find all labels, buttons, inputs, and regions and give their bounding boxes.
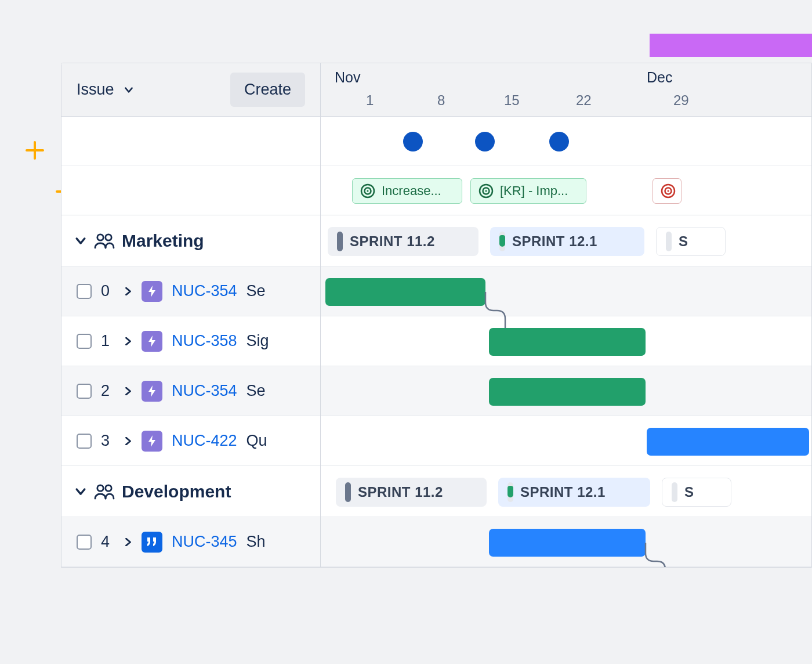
chevron-right-icon[interactable] xyxy=(124,538,132,546)
target-icon xyxy=(360,183,376,199)
issue-rank: 2 xyxy=(101,382,115,400)
issue-checkbox[interactable] xyxy=(77,434,92,449)
chevron-right-icon[interactable] xyxy=(124,437,132,445)
timeline-header: NovDec18152229 xyxy=(321,63,811,116)
day-label: 15 xyxy=(504,92,520,109)
goal-label: [KR] - Imp... xyxy=(500,183,568,199)
issue-key[interactable]: NUC-345 xyxy=(172,533,237,551)
sprint-pill[interactable]: SPRINT 12.1 xyxy=(490,227,644,256)
schedule-bar[interactable] xyxy=(489,529,646,557)
sprint-label: SPRINT 12.1 xyxy=(512,233,597,250)
chevron-right-icon[interactable] xyxy=(124,287,132,295)
issue-type-badge xyxy=(142,381,162,402)
chevron-right-icon[interactable] xyxy=(124,337,132,345)
goals-spacer xyxy=(61,165,320,215)
release-marker[interactable] xyxy=(475,132,495,151)
releases-lane xyxy=(321,117,811,165)
issue-rank: 4 xyxy=(101,533,115,551)
issue-type-badge xyxy=(142,281,162,302)
roadmap-body: Marketing 0 NUC-354 Se 1 NUC-358 Sig 2 N… xyxy=(61,117,811,567)
sprint-pill[interactable]: S xyxy=(662,478,731,507)
chevron-down-icon[interactable] xyxy=(74,485,87,498)
group-header[interactable]: Marketing xyxy=(61,215,320,266)
quote-icon xyxy=(146,537,158,547)
timeline-row[interactable] xyxy=(321,416,811,466)
sprint-label: S xyxy=(684,484,694,500)
timeline-row[interactable] xyxy=(321,366,811,416)
issue-row[interactable]: 0 NUC-354 Se xyxy=(61,266,320,316)
svg-point-17 xyxy=(485,190,487,192)
issue-checkbox[interactable] xyxy=(77,384,92,399)
timeline-column[interactable]: Increase...[KR] - Imp... SPRINT 11.2SPRI… xyxy=(321,117,811,567)
issue-rank: 0 xyxy=(101,282,115,300)
issue-key[interactable]: NUC-354 xyxy=(172,382,237,400)
issue-checkbox[interactable] xyxy=(77,535,92,550)
schedule-bar[interactable] xyxy=(489,328,646,356)
sprint-pill[interactable]: SPRINT 12.1 xyxy=(498,478,650,507)
timeline-row[interactable] xyxy=(321,266,811,316)
decorative-stripe xyxy=(650,34,812,57)
day-label: 8 xyxy=(437,92,445,109)
goal-pill[interactable]: Increase... xyxy=(352,178,462,204)
sprint-lane: SPRINT 11.2SPRINT 12.1S xyxy=(321,215,811,266)
issue-type-badge xyxy=(142,331,162,352)
issue-key[interactable]: NUC-358 xyxy=(172,332,237,350)
header-left: Issue Create xyxy=(61,63,321,116)
issue-checkbox[interactable] xyxy=(77,334,92,349)
day-label: 29 xyxy=(673,92,689,109)
goal-pill[interactable] xyxy=(652,178,682,204)
issue-title: Sig xyxy=(246,332,269,350)
issue-dropdown-label: Issue xyxy=(77,81,114,99)
svg-point-9 xyxy=(106,234,111,240)
group-name: Development xyxy=(122,482,231,501)
issue-title: Se xyxy=(246,382,266,400)
issue-checkbox[interactable] xyxy=(77,284,92,299)
goals-lane: Increase...[KR] - Imp... xyxy=(321,165,811,215)
team-icon xyxy=(94,233,115,249)
create-button[interactable]: Create xyxy=(230,73,305,107)
month-label: Dec xyxy=(647,69,672,86)
sprint-lane: SPRINT 11.2SPRINT 12.1S xyxy=(321,466,811,517)
release-marker[interactable] xyxy=(403,132,423,151)
schedule-bar[interactable] xyxy=(647,428,809,456)
chevron-right-icon[interactable] xyxy=(124,387,132,395)
roadmap-panel: Issue Create NovDec18152229 Marketing 0 … xyxy=(61,63,812,568)
roadmap-header: Issue Create NovDec18152229 xyxy=(61,63,811,117)
release-marker[interactable] xyxy=(549,132,569,151)
target-icon xyxy=(478,183,494,199)
issue-type-badge xyxy=(142,431,162,452)
svg-point-14 xyxy=(367,190,369,192)
issue-column: Marketing 0 NUC-354 Se 1 NUC-358 Sig 2 N… xyxy=(61,117,321,567)
bolt-icon xyxy=(147,285,157,298)
day-label: 1 xyxy=(366,92,374,109)
month-label: Nov xyxy=(335,69,360,86)
issue-row[interactable]: 2 NUC-354 Se xyxy=(61,366,320,416)
schedule-bar[interactable] xyxy=(489,378,646,406)
issue-key[interactable]: NUC-354 xyxy=(172,282,237,300)
bolt-icon xyxy=(147,435,157,448)
chevron-down-icon[interactable] xyxy=(74,234,87,247)
issue-type-dropdown[interactable]: Issue xyxy=(77,81,134,99)
issue-row[interactable]: 1 NUC-358 Sig xyxy=(61,316,320,366)
issue-title: Se xyxy=(246,282,266,300)
goal-label: Increase... xyxy=(382,183,441,199)
timeline-row[interactable] xyxy=(321,316,811,366)
schedule-bar[interactable] xyxy=(325,278,485,306)
issue-key[interactable]: NUC-422 xyxy=(172,432,237,450)
chevron-down-icon xyxy=(124,85,134,95)
sprint-pill[interactable]: SPRINT 11.2 xyxy=(336,478,487,507)
issue-row[interactable]: 3 NUC-422 Qu xyxy=(61,416,320,466)
sprint-pill[interactable]: SPRINT 11.2 xyxy=(328,227,478,256)
group-name: Marketing xyxy=(122,231,204,251)
svg-point-20 xyxy=(668,190,669,192)
timeline-row[interactable] xyxy=(321,517,811,567)
bolt-icon xyxy=(147,385,157,398)
team-icon xyxy=(94,483,115,500)
releases-spacer xyxy=(61,117,320,165)
goal-pill[interactable]: [KR] - Imp... xyxy=(470,178,586,204)
sprint-pill[interactable]: S xyxy=(656,227,726,256)
sprint-label: SPRINT 11.2 xyxy=(358,484,443,500)
sprint-label: S xyxy=(679,233,688,250)
issue-row[interactable]: 4 NUC-345 Sh xyxy=(61,517,320,567)
group-header[interactable]: Development xyxy=(61,466,320,517)
